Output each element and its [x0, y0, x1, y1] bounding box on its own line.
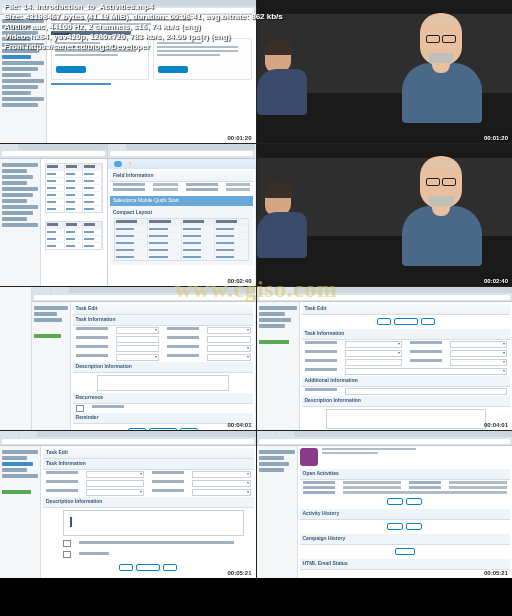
meta-source: From https://sanet.cd/blogs/Developer	[4, 42, 283, 52]
thumb-7-task-edit: Task Edit Task Information Description I…	[0, 431, 256, 578]
cancel-button[interactable]	[421, 318, 435, 325]
field-select[interactable]	[207, 354, 250, 361]
save-button[interactable]	[377, 318, 391, 325]
quick-start-bar[interactable]: Salesforce Mobile Quick Start	[110, 196, 254, 206]
browser-chrome	[257, 431, 513, 446]
field-input[interactable]	[207, 336, 250, 343]
meta-size: Size: 43198467 bytes (41.19 MiB), durati…	[4, 12, 283, 22]
recycle-bin-icon[interactable]	[34, 334, 61, 338]
table-row[interactable]	[46, 205, 102, 212]
table-row[interactable]	[46, 191, 102, 198]
assigned-to-select[interactable]	[345, 341, 402, 348]
table-row[interactable]	[46, 235, 102, 242]
address-bar[interactable]	[2, 151, 105, 156]
field-select[interactable]	[116, 327, 159, 334]
primary-button[interactable]	[158, 66, 188, 73]
log-call-button[interactable]	[387, 523, 403, 530]
page-title: Task Edit	[302, 304, 511, 315]
sidebar-item-active[interactable]	[2, 55, 31, 59]
field-input[interactable]	[116, 345, 159, 352]
section-task-info: Task Information	[302, 329, 511, 340]
table-row[interactable]	[46, 198, 102, 205]
recycle-bin-icon[interactable]	[259, 340, 289, 344]
table-row[interactable]	[46, 177, 102, 184]
description-textarea[interactable]	[97, 375, 230, 391]
record-icon	[300, 448, 318, 466]
section-bar: Field Information	[110, 171, 254, 182]
field-input[interactable]	[345, 388, 508, 395]
save-button[interactable]	[128, 428, 146, 430]
related-to-lookup[interactable]	[450, 359, 507, 366]
field-select[interactable]	[207, 327, 250, 334]
subject-input[interactable]	[345, 350, 402, 357]
new-task-button[interactable]	[387, 498, 403, 505]
thumb-6-task-edit: Task Edit Task Information Additional In…	[257, 287, 513, 430]
browser-chrome	[0, 144, 107, 159]
field-select[interactable]	[86, 489, 144, 496]
address-bar[interactable]	[2, 439, 254, 444]
mail-merge-button[interactable]	[406, 523, 422, 530]
timestamp: 00:04:01	[227, 422, 251, 428]
address-bar[interactable]	[259, 295, 511, 300]
field-input[interactable]	[116, 336, 159, 343]
sidebar-item[interactable]	[2, 67, 38, 71]
new-event-button[interactable]	[406, 498, 422, 505]
priority-select[interactable]	[345, 368, 508, 375]
field-select[interactable]	[192, 489, 250, 496]
address-bar[interactable]	[259, 439, 511, 444]
field-input[interactable]	[86, 480, 144, 487]
field-select[interactable]	[192, 471, 250, 478]
timestamp: 00:02:40	[227, 278, 251, 284]
recycle-bin-icon[interactable]	[2, 490, 31, 494]
section-reminder: Reminder	[73, 413, 254, 424]
save-new-button[interactable]	[136, 564, 160, 571]
reminder-checkbox[interactable]	[63, 551, 71, 558]
sidebar-item[interactable]	[2, 61, 44, 65]
lightning-icon	[128, 161, 132, 167]
primary-button[interactable]	[56, 66, 86, 73]
field-select[interactable]	[116, 354, 159, 361]
table-row[interactable]	[46, 228, 102, 235]
lightning-experience-tabs	[108, 159, 256, 169]
due-date-input[interactable]	[345, 359, 402, 366]
sidebar-item[interactable]	[2, 91, 31, 95]
thumb-8-record-detail: Open Activities Activity History Campaig…	[257, 431, 513, 578]
field-select[interactable]	[86, 471, 144, 478]
description-textarea[interactable]	[63, 510, 244, 536]
section-additional: Additional Information	[302, 376, 511, 387]
table-row[interactable]	[46, 242, 102, 249]
record-list	[45, 163, 103, 213]
save-new-button[interactable]	[394, 318, 418, 325]
sidebar-item[interactable]	[2, 73, 31, 77]
thumb-5-task-edit: Task Edit Task Information Description I…	[0, 287, 256, 430]
status-select[interactable]	[450, 341, 507, 348]
recur-checkbox[interactable]	[63, 540, 71, 547]
footer-strip	[0, 578, 512, 616]
section-task-info: Task Information	[73, 315, 254, 326]
description-textarea[interactable]	[326, 409, 487, 429]
sidebar-item[interactable]	[2, 103, 38, 107]
thumb-3-split-layout: Field Information Salesforce Mobile Quic…	[0, 144, 256, 287]
name-lookup[interactable]	[450, 350, 507, 357]
cloud-icon	[114, 161, 122, 167]
field-select[interactable]	[192, 480, 250, 487]
sidebar-item[interactable]	[2, 79, 44, 83]
cancel-button[interactable]	[180, 428, 198, 430]
address-bar[interactable]	[34, 295, 254, 300]
presenter-right	[420, 156, 482, 266]
meta-file: File: 14. Introduction_to_Activities.mp4	[4, 2, 283, 12]
cancel-button[interactable]	[163, 564, 177, 571]
save-button[interactable]	[119, 564, 133, 571]
save-new-button[interactable]	[149, 428, 177, 430]
sidebar-item[interactable]	[2, 85, 38, 89]
table-row[interactable]	[46, 170, 102, 177]
table-row[interactable]	[46, 184, 102, 191]
thumb-4-presenters: 00:02:40	[257, 144, 513, 287]
field-select[interactable]	[207, 345, 250, 352]
recur-checkbox[interactable]	[76, 405, 84, 412]
sidebar-item[interactable]	[2, 97, 44, 101]
browser-chrome	[257, 287, 513, 302]
timestamp: 00:01:20	[227, 135, 251, 141]
add-campaign-button[interactable]	[395, 548, 415, 555]
address-bar[interactable]	[110, 151, 254, 156]
